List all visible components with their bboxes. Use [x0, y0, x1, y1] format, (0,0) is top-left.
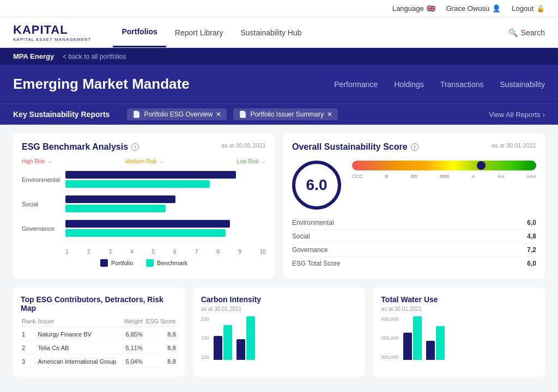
chevron-right-icon: › [543, 111, 545, 119]
benchmark-bar-social [65, 205, 166, 212]
row2-rank: 2 [22, 342, 37, 354]
view-all-reports[interactable]: View All Reports › [489, 111, 545, 119]
carbon-portfolio-bar-1 [214, 336, 222, 360]
carbon-portfolio-bar-2 [236, 339, 245, 360]
row3-issuer: American International Group [38, 356, 122, 368]
search-icon: 🔍 [508, 28, 518, 37]
water-date: as at 30.01.2021 [381, 306, 537, 312]
gradient-indicator [477, 161, 486, 170]
nav-links: Portfolios Report Library Sustainability… [113, 17, 508, 47]
low-risk-label: Low Risk → [236, 158, 266, 164]
bar-label-governance: Governance [22, 225, 65, 232]
reports-bar: Key Sustainability Reports 📄 Portfolio E… [0, 103, 558, 125]
col-weight: Weight [123, 316, 142, 327]
flag-icon: 🇬🇧 [427, 4, 435, 13]
score-label-gov: Governance [292, 246, 327, 254]
tab-holdings[interactable]: Holdings [394, 80, 423, 89]
esg-chart-card: ESG Benchmark Analysis i as at 30.01.202… [13, 133, 275, 279]
bottom-grid: Top ESG Contributors, Detractors, Risk M… [0, 287, 558, 385]
score-val-gov: 7,2 [527, 246, 536, 254]
esg-chart-date: as at 30.01.2021 [221, 142, 266, 149]
portfolio-bar-environmental [65, 171, 236, 179]
logo-subtitle: KAPITAL ASSET MANAGEMENT [13, 37, 91, 42]
esg-info-icon[interactable]: i [131, 143, 139, 151]
score-info-icon[interactable]: i [411, 143, 418, 151]
contributors-card: Top ESG Contributors, Detractors, Risk M… [13, 287, 185, 377]
carbon-card: Carbon Intensity as at 30.01.2021 200 15… [193, 287, 365, 377]
nav-portfolios[interactable]: Portfolios [113, 17, 166, 47]
score-section: 6.0 CCC B BB BBB A AA AAA [292, 161, 536, 210]
water-bar-group-2 [426, 326, 445, 360]
report-tag-issuer-summary[interactable]: 📄 Portfolio Issuer Summary ✕ [233, 108, 338, 120]
language-selector[interactable]: Language 🇬🇧 [392, 4, 435, 13]
user-name: Grace Owusu [446, 4, 489, 13]
legend-benchmark: Benchmark [146, 259, 187, 267]
report-tag-esg-overview[interactable]: 📄 Portfolio ESG Overview ✕ [127, 108, 227, 120]
language-label: Language [392, 4, 424, 13]
nav-bar: KAPITAL KAPITAL ASSET MANAGEMENT Portfol… [0, 17, 558, 48]
score-table: Environmental 6,0 Social 4,8 Governance … [292, 216, 536, 270]
logo: KAPITAL KAPITAL ASSET MANAGEMENT [13, 23, 91, 42]
tab-performance[interactable]: Performance [334, 80, 378, 89]
close-icon-2[interactable]: ✕ [327, 111, 332, 118]
row3-rank: 3 [22, 356, 37, 368]
row1-score: 8,8 [144, 328, 176, 341]
carbon-bar-group-2 [236, 316, 255, 360]
carbon-date: as at 30.01.2021 [201, 306, 357, 312]
carbon-chart: 200 150 100 [201, 316, 357, 360]
bar-chart: Environmental Social Governance [22, 171, 266, 249]
benchmark-bar-governance [65, 229, 226, 237]
back-link[interactable]: < back to all portfolios [63, 53, 126, 60]
bar-group-governance: Governance [22, 220, 266, 237]
esg-chart-title: ESG Benchmark Analysis i [22, 142, 139, 152]
logo-title: KAPITAL [13, 23, 68, 36]
search-label: Search [521, 28, 545, 37]
score-label-total: ESG Total Score [292, 260, 341, 267]
table-row: 1 Naturgy Finance BV 6,65% 8,8 [22, 328, 176, 341]
top-bar: Language 🇬🇧 Grace Owusu 👤 Logout 🔒 [0, 0, 558, 17]
water-bars [403, 316, 537, 360]
legend-color-portfolio [100, 259, 108, 267]
bars-social [65, 195, 266, 212]
row1-issuer: Naturgy Finance BV [38, 328, 122, 341]
row2-issuer: Telia Co AB [38, 342, 122, 354]
breadcrumb-bar: MPA Energy < back to all portfolios [0, 48, 558, 65]
portfolio-name: MPA Energy [13, 52, 54, 60]
carbon-title: Carbon Intensity [201, 295, 357, 304]
legend-color-benchmark [146, 259, 154, 267]
legend-portfolio: Portfolio [100, 259, 133, 267]
logout-button[interactable]: Logout 🔒 [512, 4, 545, 13]
bar-label-social: Social [22, 201, 65, 207]
tab-sustainability[interactable]: Sustainability [500, 80, 545, 89]
water-portfolio-bar-1 [403, 333, 412, 360]
row3-score: 8,8 [144, 356, 176, 368]
row1-weight: 6,65% [123, 328, 142, 341]
nav-report-library[interactable]: Report Library [166, 19, 232, 47]
close-icon[interactable]: ✕ [216, 111, 221, 118]
score-date: as at 30.01.2021 [492, 142, 536, 149]
carbon-y-labels: 200 150 100 [201, 316, 209, 360]
col-issuer: Issuer [38, 316, 122, 327]
carbon-bar-group-1 [214, 325, 232, 360]
document-icon-2: 📄 [239, 111, 247, 118]
nav-sustainability-hub[interactable]: Sustainability Hub [232, 19, 310, 47]
x-axis: 12345678910 [22, 249, 266, 255]
portfolio-bar-governance [65, 220, 230, 228]
report-label-2: Portfolio Issuer Summary [250, 111, 324, 118]
user-icon: 👤 [492, 4, 501, 13]
contributors-table: Rank Issuer Weight ESG Score 1 Naturgy F… [21, 315, 177, 369]
search-button[interactable]: 🔍 Search [508, 28, 545, 37]
table-header-row: Rank Issuer Weight ESG Score [22, 316, 176, 327]
water-benchmark-bar-1 [413, 316, 422, 360]
portfolio-bar-social [65, 195, 175, 203]
main-content: ESG Benchmark Analysis i as at 30.01.202… [0, 125, 558, 287]
carbon-bars [214, 316, 357, 360]
score-label-social: Social [292, 232, 310, 240]
water-y-labels: 400,000 350,000 300,000 [381, 316, 399, 360]
user-menu[interactable]: Grace Owusu 👤 [446, 4, 501, 13]
tab-transactions[interactable]: Transactions [440, 80, 484, 89]
logout-label: Logout [512, 4, 533, 13]
score-row-environmental: Environmental 6,0 [292, 216, 536, 230]
table-row: 3 American International Group 5,04% 8,8 [22, 356, 176, 368]
contributors-title: Top ESG Contributors, Detractors, Risk M… [21, 295, 177, 313]
